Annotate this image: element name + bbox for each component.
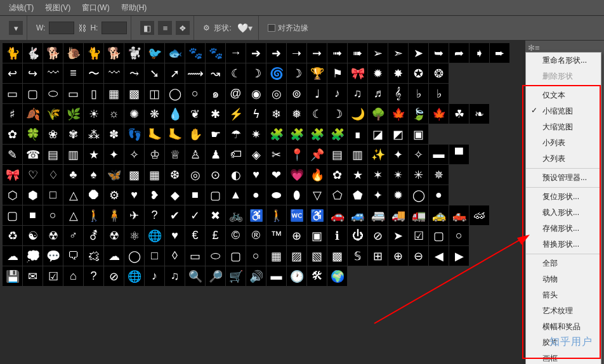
menu-large-list[interactable]: 大列表 xyxy=(526,151,601,167)
shape- [interactable] xyxy=(490,63,509,83)
shape-sparkle[interactable]: ✨ xyxy=(368,145,388,164)
shape-leaf2[interactable]: 🍁 xyxy=(388,104,408,124)
shape-plus[interactable]: ⊕ xyxy=(388,246,408,266)
shape-star2[interactable]: ✦ xyxy=(104,145,124,164)
shape-chair[interactable]: ♿ xyxy=(246,205,266,225)
shape-diamond[interactable]: ♢ xyxy=(43,165,63,185)
shape-sun3[interactable]: ✺ xyxy=(124,104,144,124)
shape-heart6[interactable]: ♥ xyxy=(124,185,144,205)
shape-clock[interactable]: 🕐 xyxy=(287,266,306,286)
shape-no2[interactable]: ⊘ xyxy=(104,266,124,286)
shape-arrow-r11[interactable]: ➥ xyxy=(429,43,449,63)
shape-square6[interactable]: ▢ xyxy=(429,226,449,245)
shape-petal[interactable]: ✽ xyxy=(104,124,124,144)
shape-flower2[interactable]: ❀ xyxy=(43,124,63,144)
shape-bubble2[interactable]: 🗨 xyxy=(63,246,83,266)
shape-search[interactable]: 🔍 xyxy=(185,266,205,286)
shape-star[interactable]: ★ xyxy=(84,145,103,164)
shape-gear2[interactable]: ⚙ xyxy=(104,185,124,205)
shape-sharp[interactable]: ♯ xyxy=(3,104,22,124)
shape-car2[interactable]: 🚙 xyxy=(348,205,367,225)
shape-music[interactable]: ♪ xyxy=(145,266,164,286)
shape-jigsaw4[interactable]: ▣ xyxy=(409,124,428,144)
shape-checkbox[interactable]: ☑ xyxy=(43,266,63,286)
shape-bolt2[interactable]: ϟ xyxy=(246,104,266,124)
shape-square5[interactable]: ▣ xyxy=(307,226,327,245)
shape-arrow-r5[interactable]: ➞ xyxy=(307,43,327,63)
shape-note[interactable]: ♩ xyxy=(307,84,327,103)
shape-star6[interactable]: ✴ xyxy=(388,165,408,185)
shape-world[interactable]: 🌍 xyxy=(327,266,347,286)
shape-cat2[interactable]: 🐈 xyxy=(84,43,103,63)
shape-flag3[interactable]: ▀ xyxy=(449,145,469,164)
shape-bow[interactable]: 🎀 xyxy=(3,165,22,185)
shape-arrow-r9[interactable]: ➣ xyxy=(388,43,408,63)
shape-dash[interactable]: ▬ xyxy=(266,266,286,286)
shape-burst3[interactable]: ✷ xyxy=(246,124,266,144)
shape-triangle[interactable]: △ xyxy=(63,185,83,205)
shape-circle6[interactable]: ○ xyxy=(43,205,63,225)
shape-target2[interactable]: ⊙ xyxy=(206,165,225,185)
shape-note4[interactable]: ♭ xyxy=(409,84,428,103)
shape-wc[interactable]: 🚾 xyxy=(287,205,306,225)
shape-arrow-r13[interactable]: ➧ xyxy=(469,43,489,63)
shape-fence[interactable]: ▦ xyxy=(266,246,286,266)
shape-snow3[interactable]: ❆ xyxy=(165,165,185,185)
shape-umbrella[interactable]: ☂ xyxy=(226,124,246,144)
shape-hatch2[interactable]: ▧ xyxy=(307,246,327,266)
shape-leaf4[interactable]: ❧ xyxy=(469,104,489,124)
menu-artistic[interactable]: 艺术纹理 xyxy=(526,303,601,319)
shape-crown2[interactable]: ♕ xyxy=(165,145,185,164)
shape-square2[interactable]: ■ xyxy=(185,185,205,205)
shape-arrow-r6[interactable]: ➟ xyxy=(327,43,347,63)
shape-left-c[interactable]: ◀ xyxy=(429,246,449,266)
shape-wheel[interactable]: ♿ xyxy=(307,205,327,225)
shape-arrow-r2[interactable]: ➔ xyxy=(246,43,266,63)
shape-hand[interactable]: ✋ xyxy=(185,124,205,144)
shape-copy[interactable]: © xyxy=(226,226,246,245)
shape-bubble7[interactable]: ▭ xyxy=(185,246,205,266)
menu-preset-manager[interactable]: 预设管理器... xyxy=(526,170,601,186)
shape-circle7[interactable]: ○ xyxy=(449,226,469,245)
shape-help[interactable]: ? xyxy=(84,266,103,286)
shape-scribble[interactable]: 〰 xyxy=(43,63,63,83)
shape-poly2[interactable]: ⬟ xyxy=(348,185,367,205)
panel-menu-icon[interactable]: ✻≡ xyxy=(528,43,540,53)
shape-circle[interactable]: ◯ xyxy=(165,84,185,103)
shape-triangle2[interactable]: ▲ xyxy=(226,185,246,205)
path-op-2[interactable]: ≡ xyxy=(158,21,172,35)
shape-plaque[interactable]: ▭ xyxy=(3,84,22,103)
shape-bird[interactable]: 🐦 xyxy=(145,43,164,63)
shape-search2[interactable]: 🔎 xyxy=(206,266,225,286)
shape-star8[interactable]: ✵ xyxy=(429,165,449,185)
shape-oval[interactable]: ⬭ xyxy=(43,84,63,103)
shape-car8[interactable]: 🏎 xyxy=(469,205,489,225)
shape-blob2[interactable]: ⬮ xyxy=(287,185,306,205)
shape-hatch[interactable]: ▨ xyxy=(287,246,306,266)
shape-heart7[interactable]: ❥ xyxy=(145,185,164,205)
shape-trophy[interactable]: 🏆 xyxy=(307,63,327,83)
shape-flat[interactable]: ♭ xyxy=(429,84,449,103)
shape-walk[interactable]: 🚶 xyxy=(266,205,286,225)
shape-tile2[interactable]: ▩ xyxy=(124,165,144,185)
shape-dog3[interactable]: 🐩 xyxy=(124,43,144,63)
shape-orb[interactable]: ◉ xyxy=(246,84,266,103)
shape-bubble9[interactable]: ▢ xyxy=(226,246,246,266)
shape-yinyang[interactable]: ☯ xyxy=(23,226,43,245)
shape-moon3[interactable]: ☽ xyxy=(327,104,347,124)
shape-triangle4[interactable]: △ xyxy=(63,205,83,225)
shape-chess[interactable]: ♙ xyxy=(185,145,205,164)
shape-reg[interactable]: ® xyxy=(246,226,266,245)
shape-puzzle3[interactable]: 🧩 xyxy=(307,124,327,144)
shape-wave[interactable]: 〜 xyxy=(84,63,103,83)
path-op-1[interactable]: ◧ xyxy=(140,21,154,35)
shape-flag[interactable]: ⚑ xyxy=(327,63,347,83)
shape-heart2[interactable]: ♡ xyxy=(23,165,43,185)
shape-lines[interactable]: ≡ xyxy=(63,63,83,83)
shape-fern[interactable]: 🌿 xyxy=(63,104,83,124)
shape-paw2[interactable]: 🐾 xyxy=(206,43,225,63)
shape-person[interactable]: 🚶 xyxy=(84,205,103,225)
menu-reset-shapes[interactable]: 复位形状... xyxy=(526,189,601,205)
shape-note8[interactable]: ♫ xyxy=(348,84,367,103)
shape-dog[interactable]: 🐕 xyxy=(43,43,63,63)
